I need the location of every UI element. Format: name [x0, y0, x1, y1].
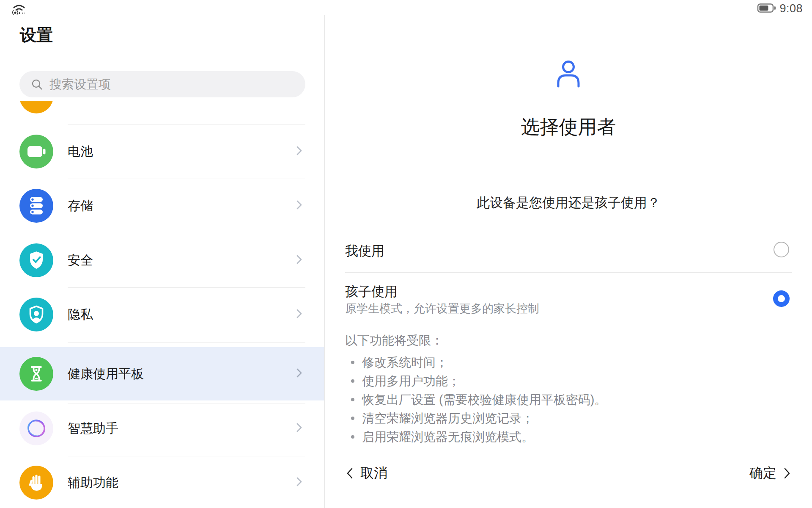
sidebar-item-label: 存储	[68, 197, 93, 215]
cancel-button[interactable]: 取消	[345, 464, 387, 483]
sidebar-item-label: 隐私	[68, 306, 93, 323]
chevron-right-icon	[293, 199, 305, 213]
list-item: 启用荣耀浏览器无痕浏览模式。	[345, 428, 792, 446]
list-item: 清空荣耀浏览器历史浏览记录；	[345, 409, 792, 428]
restriction-text: 恢复出厂设置 (需要校验健康使用平板密码)。	[362, 390, 606, 409]
hourglass-icon	[19, 357, 53, 391]
restrictions-list: 修改系统时间； 使用多用户功能； 恢复出厂设置 (需要校验健康使用平板密码)。 …	[345, 353, 792, 446]
chevron-right-icon	[293, 475, 305, 490]
option-label-me[interactable]: 我使用	[345, 242, 384, 260]
list-item: 修改系统时间；	[345, 353, 792, 372]
sidebar-item-battery[interactable]: 电池	[0, 124, 324, 179]
chevron-right-icon	[293, 144, 305, 159]
search-icon	[31, 79, 43, 90]
bullet-icon	[351, 417, 354, 420]
sidebar-item-privacy[interactable]: 隐私	[0, 287, 324, 342]
restrictions-heading: 以下功能将受限：	[345, 333, 792, 348]
option-label-child[interactable]: 孩子使用	[345, 283, 398, 301]
list-item: 恢复出厂设置 (需要校验健康使用平板密码)。	[345, 390, 792, 409]
confirm-button[interactable]: 确定	[749, 464, 792, 483]
radio-me[interactable]	[774, 242, 789, 257]
cancel-label: 取消	[360, 464, 387, 483]
select-user-panel: 选择使用者 此设备是您使用还是孩子使用？ 我使用 孩子使用 原学生模式，允许设置…	[325, 0, 812, 508]
settings-sidebar: 设置 电池	[0, 0, 324, 508]
search-box[interactable]	[19, 71, 305, 97]
security-shield-icon	[19, 243, 53, 277]
sidebar-item-label: 电池	[68, 143, 93, 160]
storage-icon	[19, 189, 53, 223]
sidebar-item-storage[interactable]: 存储	[0, 179, 324, 233]
bullet-icon	[351, 398, 354, 401]
person-icon	[555, 60, 582, 89]
dialog-title: 选择使用者	[325, 114, 812, 140]
sidebar-item-label: 安全	[68, 252, 93, 269]
option-divider	[345, 272, 792, 273]
list-item: 使用多用户功能；	[345, 372, 792, 390]
privacy-shield-icon	[19, 298, 53, 331]
confirm-label: 确定	[749, 464, 776, 483]
search-input[interactable]	[49, 77, 301, 91]
sidebar-item-label: 健康使用平板	[68, 365, 144, 383]
bullet-icon	[351, 361, 354, 364]
sidebar-item-label: 智慧助手	[68, 420, 118, 437]
restriction-text: 清空荣耀浏览器历史浏览记录；	[362, 409, 534, 428]
assistant-swirl-icon	[19, 411, 53, 445]
settings-list: 电池 存储	[0, 101, 324, 508]
bullet-icon	[351, 435, 354, 439]
chevron-right-icon	[293, 421, 305, 436]
list-divider	[68, 342, 305, 342]
scrolled-item-partial-icon	[19, 101, 53, 113]
chevron-right-icon	[293, 367, 305, 381]
page-title: 设置	[20, 24, 53, 47]
option-description-child: 原学生模式，允许设置更多的家长控制	[345, 301, 539, 316]
chevron-right-icon	[293, 307, 305, 322]
chevron-right-icon	[782, 467, 792, 480]
restriction-text: 启用荣耀浏览器无痕浏览模式。	[362, 428, 534, 446]
sidebar-item-label: 辅助功能	[68, 474, 118, 491]
sidebar-item-security[interactable]: 安全	[0, 233, 324, 287]
battery-icon	[19, 135, 53, 168]
chevron-right-icon	[293, 253, 305, 268]
sidebar-item-digital-wellbeing[interactable]: 健康使用平板	[0, 347, 324, 401]
restrictions-block: 以下功能将受限： 修改系统时间； 使用多用户功能； 恢复出厂设置 (需要校验健康…	[345, 333, 792, 446]
restriction-text: 修改系统时间；	[362, 353, 448, 372]
sidebar-item-assistant[interactable]: 智慧助手	[0, 401, 324, 456]
restriction-text: 使用多用户功能；	[362, 372, 460, 390]
bullet-icon	[351, 379, 354, 383]
sidebar-item-accessibility[interactable]: 辅助功能	[0, 456, 324, 508]
dialog-question: 此设备是您使用还是孩子使用？	[325, 194, 812, 212]
hand-icon	[19, 466, 53, 500]
radio-child-selected[interactable]	[773, 290, 790, 307]
chevron-left-icon	[345, 467, 354, 480]
